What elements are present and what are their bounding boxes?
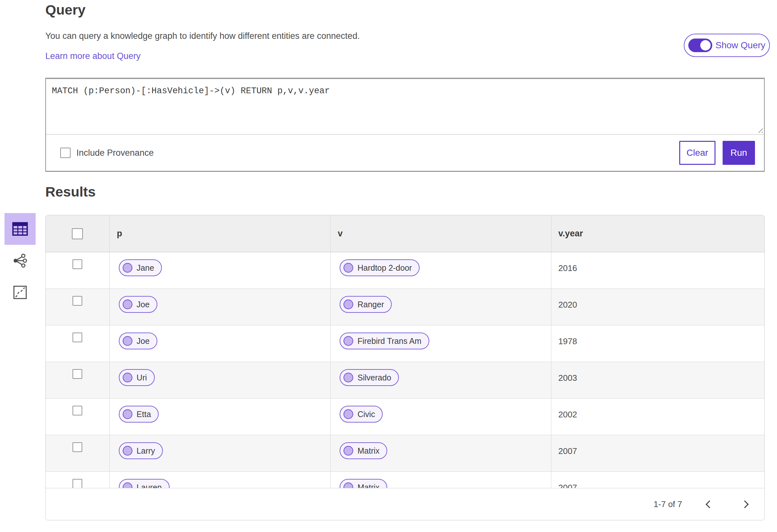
year-value: 1978 (558, 336, 577, 346)
node-icon (343, 300, 353, 309)
show-query-label: Show Query (715, 40, 765, 50)
table-row: Uri Silverado 2003 (46, 362, 764, 399)
node-icon (343, 373, 353, 383)
clear-button[interactable]: Clear (679, 141, 715, 165)
previous-page-button[interactable] (705, 500, 713, 508)
entity-pill[interactable]: Joe (119, 332, 157, 349)
entity-pill[interactable]: Hardtop 2-door (340, 259, 420, 276)
table-row: Etta Civic 2002 (46, 399, 764, 435)
entity-pill[interactable]: Firebird Trans Am (340, 332, 429, 349)
year-value: 2016 (558, 263, 577, 273)
table-icon (12, 222, 28, 236)
column-header-p: p (110, 229, 122, 239)
node-icon (123, 446, 132, 455)
map-view-button[interactable] (5, 277, 36, 308)
include-provenance-checkbox[interactable] (60, 148, 71, 158)
row-checkbox[interactable] (73, 259, 82, 269)
node-icon (123, 373, 132, 383)
row-checkbox[interactable] (73, 406, 82, 415)
pagination-bar: 1-7 of 7 (46, 488, 764, 520)
row-checkbox[interactable] (73, 296, 82, 306)
entity-pill[interactable]: Civic (340, 406, 383, 423)
node-icon (343, 446, 353, 455)
row-checkbox[interactable] (73, 442, 82, 452)
page-title: Query (45, 2, 86, 18)
row-checkbox[interactable] (73, 369, 82, 379)
node-icon (123, 263, 132, 273)
node-icon (123, 300, 132, 309)
entity-pill[interactable]: Jane (119, 259, 162, 276)
column-header-v: v (331, 229, 342, 239)
table-header-row: p v v.year (46, 215, 764, 252)
entity-pill[interactable]: Larry (119, 442, 163, 459)
table-row: Jane Hardtop 2-door 2016 (46, 252, 764, 289)
entity-pill[interactable]: Uri (119, 369, 155, 386)
node-icon (123, 409, 132, 419)
results-title: Results (45, 184, 96, 200)
results-table: p v v.year Jane Hardtop 2-door 2016 Joe … (45, 215, 765, 520)
query-panel-footer: Include Provenance Clear Run (46, 135, 764, 171)
table-row: Larry Matrix 2007 (46, 435, 764, 472)
learn-more-link[interactable]: Learn more about Query (45, 51, 140, 61)
table-row: Joe Firebird Trans Am 1978 (46, 325, 764, 362)
toggle-knob (700, 40, 710, 50)
node-icon (343, 409, 353, 419)
node-icon (343, 263, 353, 273)
year-value: 2003 (558, 373, 577, 383)
next-page-button[interactable] (741, 500, 749, 508)
toggle-on-switch-icon[interactable] (688, 38, 712, 52)
query-input[interactable]: MATCH (p:Person)-[:HasVehicle]->(v) RETU… (46, 79, 764, 135)
select-all-checkbox[interactable] (72, 228, 83, 239)
pagination-range-label: 1-7 of 7 (654, 499, 682, 509)
year-value: 2002 (558, 410, 577, 420)
column-header-v-year: v.year (551, 229, 583, 239)
entity-pill[interactable]: Silverado (340, 369, 399, 386)
show-query-toggle-button[interactable]: Show Query (684, 34, 770, 57)
entity-pill[interactable]: Ranger (340, 296, 392, 313)
node-icon (343, 336, 353, 346)
row-checkbox[interactable] (73, 479, 82, 489)
table-view-button[interactable] (5, 213, 36, 245)
node-icon (123, 336, 132, 346)
include-provenance-label: Include Provenance (77, 148, 154, 158)
map-icon (13, 285, 27, 300)
entity-pill[interactable]: Etta (119, 406, 158, 423)
entity-pill[interactable]: Joe (119, 296, 157, 313)
network-icon (12, 253, 28, 269)
table-row: Joe Ranger 2020 (46, 289, 764, 325)
year-value: 2007 (558, 446, 577, 456)
run-button[interactable]: Run (723, 141, 755, 165)
graph-view-button[interactable] (5, 245, 36, 277)
year-value: 2020 (558, 300, 577, 310)
view-switcher (5, 213, 36, 308)
entity-pill[interactable]: Matrix (340, 442, 387, 459)
resize-handle-icon[interactable] (757, 127, 763, 133)
page-description: You can query a knowledge graph to ident… (45, 31, 360, 41)
row-checkbox[interactable] (73, 332, 82, 342)
query-panel: MATCH (p:Person)-[:HasVehicle]->(v) RETU… (45, 78, 765, 172)
